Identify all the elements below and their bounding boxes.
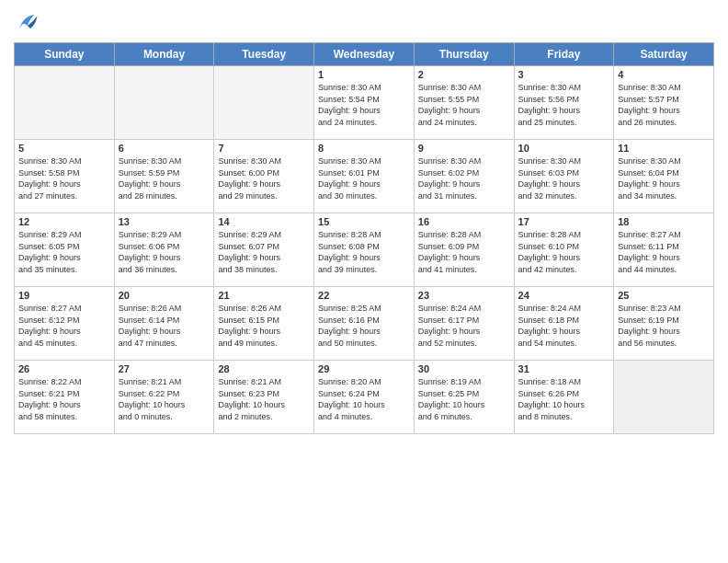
calendar-cell: 3Sunrise: 8:30 AM Sunset: 5:56 PM Daylig… [514,66,614,140]
day-info: Sunrise: 8:30 AM Sunset: 5:55 PM Dayligh… [418,82,510,128]
day-number: 5 [18,143,110,154]
calendar-cell: 31Sunrise: 8:18 AM Sunset: 6:26 PM Dayli… [514,361,614,434]
calendar-cell: 7Sunrise: 8:30 AM Sunset: 6:00 PM Daylig… [214,140,314,213]
weekday-header-wednesday: Wednesday [314,43,415,66]
day-info: Sunrise: 8:29 AM Sunset: 6:05 PM Dayligh… [18,229,110,275]
day-number: 14 [218,216,310,227]
page-container: SundayMondayTuesdayWednesdayThursdayFrid… [0,0,728,443]
calendar-week-row: 5Sunrise: 8:30 AM Sunset: 5:58 PM Daylig… [15,140,714,213]
calendar-week-row: 26Sunrise: 8:22 AM Sunset: 6:21 PM Dayli… [15,361,714,434]
calendar-week-row: 1Sunrise: 8:30 AM Sunset: 5:54 PM Daylig… [15,66,714,140]
header [14,9,714,37]
weekday-header-row: SundayMondayTuesdayWednesdayThursdayFrid… [15,43,714,66]
calendar-cell: 22Sunrise: 8:25 AM Sunset: 6:16 PM Dayli… [314,287,415,361]
calendar-cell [15,66,115,140]
calendar-cell: 16Sunrise: 8:28 AM Sunset: 6:09 PM Dayli… [414,213,514,287]
calendar-cell: 21Sunrise: 8:26 AM Sunset: 6:15 PM Dayli… [214,287,314,361]
weekday-header-sunday: Sunday [15,43,115,66]
weekday-header-thursday: Thursday [414,43,514,66]
day-number: 12 [18,216,110,227]
day-number: 15 [318,216,410,227]
calendar-week-row: 19Sunrise: 8:27 AM Sunset: 6:12 PM Dayli… [15,287,714,361]
weekday-header-tuesday: Tuesday [214,43,314,66]
calendar-cell: 28Sunrise: 8:21 AM Sunset: 6:23 PM Dayli… [214,361,314,434]
calendar-cell: 30Sunrise: 8:19 AM Sunset: 6:25 PM Dayli… [414,361,514,434]
day-number: 7 [218,143,310,154]
calendar-cell: 15Sunrise: 8:28 AM Sunset: 6:08 PM Dayli… [314,213,415,287]
calendar-week-row: 12Sunrise: 8:29 AM Sunset: 6:05 PM Dayli… [15,213,714,287]
calendar-cell: 12Sunrise: 8:29 AM Sunset: 6:05 PM Dayli… [15,213,115,287]
day-info: Sunrise: 8:29 AM Sunset: 6:06 PM Dayligh… [119,229,210,275]
calendar-table: SundayMondayTuesdayWednesdayThursdayFrid… [14,42,714,434]
calendar-cell: 11Sunrise: 8:30 AM Sunset: 6:04 PM Dayli… [614,140,714,213]
day-info: Sunrise: 8:30 AM Sunset: 6:02 PM Dayligh… [418,155,510,201]
calendar-cell: 25Sunrise: 8:23 AM Sunset: 6:19 PM Dayli… [614,287,714,361]
calendar-cell: 5Sunrise: 8:30 AM Sunset: 5:58 PM Daylig… [15,140,115,213]
day-number: 9 [418,143,510,154]
day-info: Sunrise: 8:27 AM Sunset: 6:12 PM Dayligh… [18,303,110,349]
calendar-cell: 10Sunrise: 8:30 AM Sunset: 6:03 PM Dayli… [514,140,614,213]
day-info: Sunrise: 8:30 AM Sunset: 6:00 PM Dayligh… [218,155,310,201]
day-info: Sunrise: 8:30 AM Sunset: 6:03 PM Dayligh… [518,155,610,201]
day-info: Sunrise: 8:21 AM Sunset: 6:23 PM Dayligh… [218,376,310,422]
day-info: Sunrise: 8:28 AM Sunset: 6:10 PM Dayligh… [518,229,610,275]
calendar-cell: 6Sunrise: 8:30 AM Sunset: 5:59 PM Daylig… [114,140,214,213]
day-info: Sunrise: 8:23 AM Sunset: 6:19 PM Dayligh… [618,303,710,349]
day-info: Sunrise: 8:28 AM Sunset: 6:08 PM Dayligh… [318,229,410,275]
logo-bird-icon [14,9,41,37]
calendar-cell: 18Sunrise: 8:27 AM Sunset: 6:11 PM Dayli… [614,213,714,287]
weekday-header-saturday: Saturday [614,43,714,66]
day-number: 31 [518,363,610,374]
calendar-cell: 20Sunrise: 8:26 AM Sunset: 6:14 PM Dayli… [114,287,214,361]
day-number: 26 [18,363,110,374]
day-info: Sunrise: 8:30 AM Sunset: 5:56 PM Dayligh… [518,82,610,128]
day-info: Sunrise: 8:22 AM Sunset: 6:21 PM Dayligh… [18,376,110,422]
day-number: 3 [518,69,610,80]
calendar-cell: 29Sunrise: 8:20 AM Sunset: 6:24 PM Dayli… [314,361,415,434]
day-info: Sunrise: 8:30 AM Sunset: 6:01 PM Dayligh… [318,155,410,201]
day-info: Sunrise: 8:19 AM Sunset: 6:25 PM Dayligh… [418,376,510,422]
day-number: 23 [418,290,510,301]
calendar-cell: 24Sunrise: 8:24 AM Sunset: 6:18 PM Dayli… [514,287,614,361]
calendar-cell: 27Sunrise: 8:21 AM Sunset: 6:22 PM Dayli… [114,361,214,434]
day-info: Sunrise: 8:20 AM Sunset: 6:24 PM Dayligh… [318,376,410,422]
day-number: 19 [18,290,110,301]
day-info: Sunrise: 8:27 AM Sunset: 6:11 PM Dayligh… [618,229,710,275]
day-number: 17 [518,216,610,227]
day-number: 6 [119,143,210,154]
day-number: 18 [618,216,710,227]
calendar-cell: 8Sunrise: 8:30 AM Sunset: 6:01 PM Daylig… [314,140,415,213]
calendar-cell: 13Sunrise: 8:29 AM Sunset: 6:06 PM Dayli… [114,213,214,287]
day-info: Sunrise: 8:29 AM Sunset: 6:07 PM Dayligh… [218,229,310,275]
calendar-cell: 4Sunrise: 8:30 AM Sunset: 5:57 PM Daylig… [614,66,714,140]
day-number: 27 [119,363,210,374]
day-info: Sunrise: 8:24 AM Sunset: 6:17 PM Dayligh… [418,303,510,349]
day-info: Sunrise: 8:25 AM Sunset: 6:16 PM Dayligh… [318,303,410,349]
calendar-cell: 14Sunrise: 8:29 AM Sunset: 6:07 PM Dayli… [214,213,314,287]
day-number: 20 [119,290,210,301]
calendar-cell: 23Sunrise: 8:24 AM Sunset: 6:17 PM Dayli… [414,287,514,361]
calendar-cell: 2Sunrise: 8:30 AM Sunset: 5:55 PM Daylig… [414,66,514,140]
day-number: 11 [618,143,710,154]
calendar-cell [614,361,714,434]
day-number: 4 [618,69,710,80]
calendar-cell: 19Sunrise: 8:27 AM Sunset: 6:12 PM Dayli… [15,287,115,361]
day-number: 13 [119,216,210,227]
weekday-header-friday: Friday [514,43,614,66]
day-info: Sunrise: 8:30 AM Sunset: 5:58 PM Dayligh… [18,155,110,201]
calendar-cell [114,66,214,140]
day-number: 21 [218,290,310,301]
logo [14,9,45,37]
calendar-cell [214,66,314,140]
calendar-cell: 9Sunrise: 8:30 AM Sunset: 6:02 PM Daylig… [414,140,514,213]
day-info: Sunrise: 8:28 AM Sunset: 6:09 PM Dayligh… [418,229,510,275]
weekday-header-monday: Monday [114,43,214,66]
day-info: Sunrise: 8:30 AM Sunset: 5:59 PM Dayligh… [119,155,210,201]
calendar-cell: 1Sunrise: 8:30 AM Sunset: 5:54 PM Daylig… [314,66,415,140]
day-info: Sunrise: 8:24 AM Sunset: 6:18 PM Dayligh… [518,303,610,349]
calendar-cell: 17Sunrise: 8:28 AM Sunset: 6:10 PM Dayli… [514,213,614,287]
day-number: 10 [518,143,610,154]
day-number: 25 [618,290,710,301]
day-number: 8 [318,143,410,154]
day-number: 2 [418,69,510,80]
